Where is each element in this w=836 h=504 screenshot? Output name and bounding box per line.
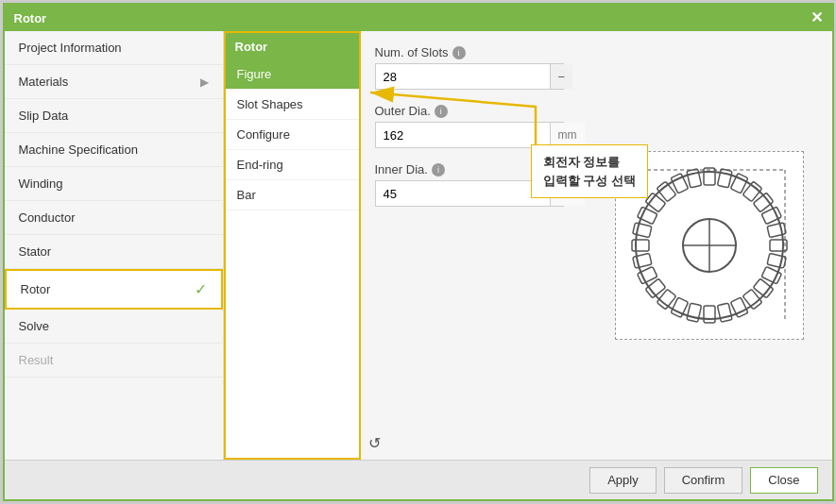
sidebar-item-winding[interactable]: Winding: [5, 167, 223, 201]
outer-dia-input[interactable]: [376, 125, 550, 146]
annotation-line2: 입력할 구성 선택: [543, 172, 636, 191]
window-close-button[interactable]: ✕: [810, 10, 823, 25]
sidebar-item-slip-data[interactable]: Slip Data: [5, 99, 223, 133]
sidebar-item-rotor[interactable]: Rotor ✓: [5, 269, 223, 310]
sidebar: Project Information Materials ▶ Slip Dat…: [5, 31, 224, 460]
num-slots-label: Num. of Slots i: [375, 45, 583, 59]
annotation-tooltip: 회전자 정보를 입력할 구성 선택: [531, 144, 648, 198]
window-title: Rotor: [14, 11, 47, 25]
submenu-item-configure[interactable]: Configure: [226, 120, 359, 150]
confirm-button[interactable]: Confirm: [664, 467, 743, 494]
apply-button[interactable]: Apply: [589, 467, 657, 494]
main-content: Project Information Materials ▶ Slip Dat…: [5, 31, 832, 460]
sidebar-item-solve[interactable]: Solve: [5, 310, 223, 344]
svg-rect-3: [704, 168, 715, 185]
submenu-item-slot-shapes[interactable]: Slot Shapes: [226, 90, 359, 120]
form-section: Num. of Slots i − Outer Dia. i: [375, 45, 583, 445]
materials-arrow-icon: ▶: [200, 76, 209, 89]
close-button[interactable]: Close: [750, 467, 817, 494]
sidebar-item-result[interactable]: Result: [5, 344, 223, 378]
svg-rect-17: [704, 306, 715, 323]
num-slots-minus-button[interactable]: −: [550, 64, 573, 89]
submenu-header: Rotor: [226, 33, 359, 59]
annotation-line1: 회전자 정보를: [543, 153, 636, 172]
rotor-checkmark-icon: ✓: [195, 280, 207, 298]
svg-rect-24: [632, 240, 649, 251]
outer-dia-info-icon[interactable]: i: [435, 105, 448, 118]
inner-dia-info-icon[interactable]: i: [432, 163, 445, 176]
submenu-item-bar[interactable]: Bar: [226, 180, 359, 210]
diagram-area: [602, 45, 818, 445]
rotor-submenu: Rotor Figure Slot Shapes Configure End-r…: [224, 31, 361, 460]
sidebar-item-stator[interactable]: Stator: [5, 235, 223, 269]
title-bar: Rotor ✕: [5, 5, 832, 31]
num-slots-input[interactable]: [376, 66, 550, 88]
main-window: Rotor ✕ Project Information Materials ▶ …: [3, 3, 834, 501]
svg-rect-10: [770, 240, 787, 251]
outer-dia-label: Outer Dia. i: [375, 104, 583, 118]
sidebar-item-machine-specification[interactable]: Machine Specification: [5, 133, 223, 167]
content-area: Num. of Slots i − Outer Dia. i: [361, 31, 832, 460]
outer-dia-field-group: Outer Dia. i mm: [375, 104, 583, 148]
sidebar-item-project-information[interactable]: Project Information: [5, 31, 223, 65]
submenu-item-end-ring[interactable]: End-ring: [226, 150, 359, 180]
submenu-item-figure[interactable]: Figure: [226, 59, 359, 90]
sidebar-item-materials[interactable]: Materials ▶: [5, 65, 223, 99]
inner-dia-input[interactable]: [376, 183, 550, 205]
num-slots-field-group: Num. of Slots i −: [375, 45, 583, 90]
main-area: Num. of Slots i − Outer Dia. i: [361, 31, 832, 460]
footer: Apply Confirm Close: [5, 460, 832, 499]
rotor-diagram-svg: [624, 160, 794, 330]
sidebar-item-conductor[interactable]: Conductor: [5, 201, 223, 235]
reset-button[interactable]: ↺: [368, 434, 381, 452]
num-slots-input-container: −: [375, 63, 564, 90]
num-slots-info-icon[interactable]: i: [452, 46, 466, 59]
